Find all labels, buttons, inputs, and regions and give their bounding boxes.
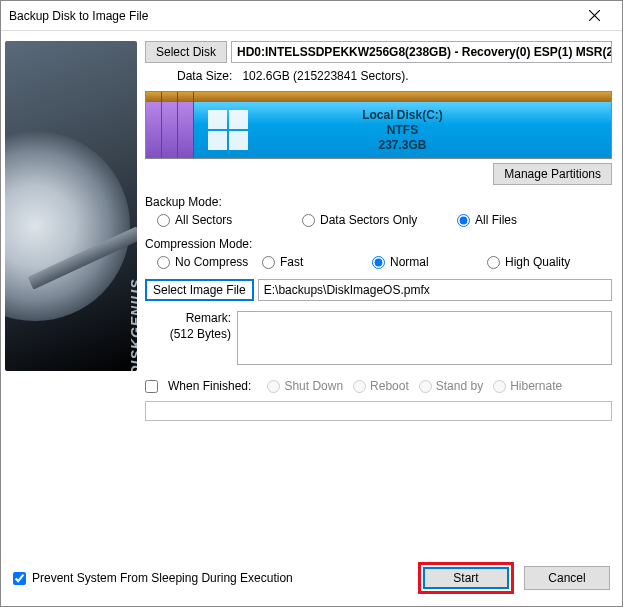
data-size-label: Data Size: 102.6GB (215223841 Sectors). (177, 69, 612, 83)
when-finished-checkbox[interactable] (145, 380, 158, 393)
sidebar-brand-image: DISKGENIUS (5, 41, 137, 371)
remark-label: Remark: (512 Bytes) (145, 311, 237, 365)
when-finished-label: When Finished: (168, 379, 251, 393)
compression-mode-label: Compression Mode: (145, 237, 612, 251)
backup-mode-group: All Sectors Data Sectors Only All Files (157, 213, 612, 227)
compress-high[interactable]: High Quality (487, 255, 570, 269)
wf-reboot: Reboot (353, 379, 409, 393)
backup-mode-all-files[interactable]: All Files (457, 213, 517, 227)
backup-mode-all-sectors[interactable]: All Sectors (157, 213, 302, 227)
partition-map[interactable]: Local Disk(C:) NTFS 237.3GB (145, 91, 612, 159)
partition-small[interactable] (178, 92, 194, 158)
compress-normal[interactable]: Normal (372, 255, 487, 269)
progress-bar (145, 401, 612, 421)
compression-mode-group: No Compress Fast Normal High Quality (157, 255, 612, 269)
manage-partitions-button[interactable]: Manage Partitions (493, 163, 612, 185)
wf-shutdown: Shut Down (267, 379, 343, 393)
title-bar: Backup Disk to Image File (1, 1, 622, 31)
backup-mode-label: Backup Mode: (145, 195, 612, 209)
start-button[interactable]: Start (423, 567, 509, 589)
brand-text: DISKGENIUS (128, 278, 137, 371)
wf-standby: Stand by (419, 379, 483, 393)
start-button-highlight: Start (418, 562, 514, 594)
disk-path-field[interactable]: HD0:INTELSSDPEKKW256G8(238GB) - Recovery… (231, 41, 612, 63)
image-file-path-field[interactable]: E:\backups\DiskImageOS.pmfx (258, 279, 612, 301)
partition-small[interactable] (162, 92, 178, 158)
select-image-file-button[interactable]: Select Image File (145, 279, 254, 301)
close-icon (589, 10, 600, 21)
window-title: Backup Disk to Image File (9, 9, 574, 23)
backup-mode-data-sectors[interactable]: Data Sectors Only (302, 213, 457, 227)
remark-textarea[interactable] (237, 311, 612, 365)
partition-small[interactable] (146, 92, 162, 158)
partition-main[interactable]: Local Disk(C:) NTFS 237.3GB (194, 102, 611, 158)
partition-label: Local Disk(C:) NTFS 237.3GB (362, 108, 443, 153)
windows-icon (208, 110, 248, 150)
select-disk-button[interactable]: Select Disk (145, 41, 227, 63)
compress-none[interactable]: No Compress (157, 255, 262, 269)
cancel-button[interactable]: Cancel (524, 566, 610, 590)
close-button[interactable] (574, 2, 614, 30)
wf-hibernate: Hibernate (493, 379, 562, 393)
prevent-sleep-checkbox[interactable]: Prevent System From Sleeping During Exec… (13, 571, 293, 585)
compress-fast[interactable]: Fast (262, 255, 372, 269)
